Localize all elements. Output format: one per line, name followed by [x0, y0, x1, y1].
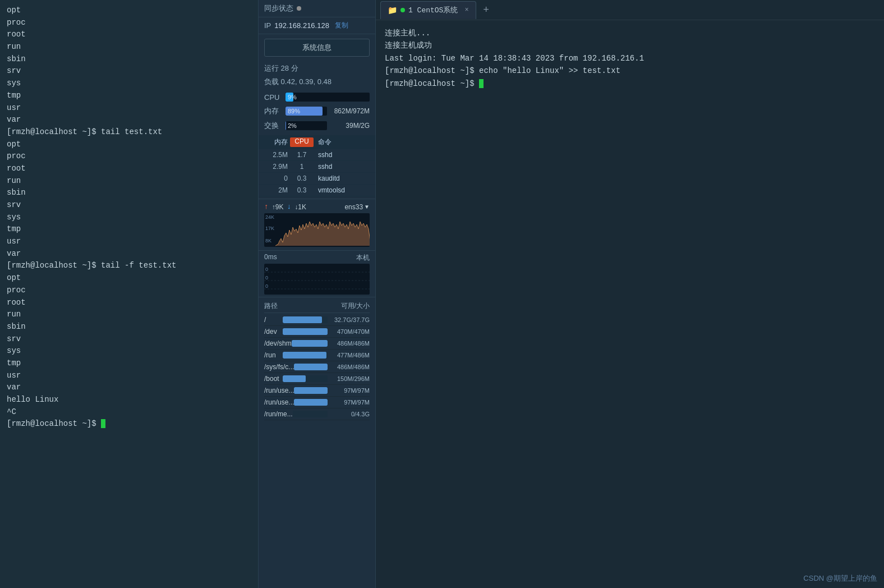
- left-terminal-line: ^C: [7, 406, 251, 419]
- mem-label: 内存: [264, 106, 282, 116]
- disk-path: /boot: [264, 375, 283, 383]
- mem-pct: 89%: [288, 107, 300, 116]
- ip-value: 192.168.216.128: [274, 21, 329, 30]
- ping-section: 0ms 本机 0 0 0: [259, 250, 375, 297]
- swap-detail: 39M/2G: [330, 122, 370, 130]
- swap-label: 交换: [264, 121, 282, 131]
- left-terminal-line: tmp: [7, 357, 251, 370]
- disk-size: 477M/486M: [328, 352, 370, 359]
- left-terminal-line: opt: [7, 272, 251, 284]
- disk-row: /run 477M/486M: [264, 350, 370, 361]
- left-terminal-line: proc: [7, 284, 251, 297]
- left-terminal-line: run: [7, 41, 251, 53]
- ping-local: 本机: [356, 253, 370, 263]
- left-terminal-line: sys: [7, 77, 251, 90]
- disk-bar-cell: [293, 411, 328, 417]
- left-terminal-line: [rmzh@localhost ~]$: [7, 418, 251, 430]
- left-terminal-line: [rmzh@localhost ~]$ tail test.txt: [7, 126, 251, 139]
- right-terminal[interactable]: 连接主机...连接主机成功Last login: Tue Mar 14 18:3…: [376, 20, 884, 588]
- tab-item-centos[interactable]: 📁 1 CentOS系统 ×: [380, 1, 476, 19]
- left-terminal-line: tmp: [7, 90, 251, 102]
- sysinfo-button[interactable]: 系统信息: [264, 39, 370, 57]
- disk-bar-fill: [283, 352, 326, 359]
- disk-bar-fill: [283, 316, 322, 323]
- disk-bar-cell: [283, 316, 328, 323]
- proc-mem: 2.5M: [264, 151, 288, 159]
- copy-button[interactable]: 复制: [335, 21, 348, 30]
- left-terminal-line: hello Linux: [7, 394, 251, 406]
- proc-mem: 2.9M: [264, 163, 288, 171]
- left-terminal-line: tmp: [7, 223, 251, 236]
- right-terminal-line: 连接主机...: [385, 27, 875, 39]
- left-terminal-line: opt: [7, 139, 251, 151]
- mem-row: 内存 89% 862M/972M: [259, 104, 375, 118]
- proc-cpu: 1.7: [290, 151, 314, 159]
- disk-bar-bg: [293, 411, 328, 417]
- swap-bar: [286, 121, 286, 130]
- proc-cmd: vmtoolsd: [316, 186, 370, 194]
- disk-bar-cell: [283, 375, 328, 382]
- svg-text:0: 0: [265, 283, 268, 289]
- left-terminal-panel: optprocrootrunsbinsrvsystmpusrvar[rmzh@l…: [0, 0, 258, 588]
- left-terminal-line: usr: [7, 102, 251, 114]
- swap-pct: 2%: [288, 121, 297, 130]
- disk-row: /run/me... 0/4.3G: [264, 408, 370, 420]
- net-down-icon: ↓: [287, 203, 292, 211]
- proc-cmd: sshd: [316, 163, 370, 171]
- disk-bar-bg: [294, 364, 328, 370]
- cursor: [101, 419, 105, 428]
- disk-path: /sys/fs/c...: [264, 363, 294, 371]
- left-terminal-line: proc: [7, 17, 251, 29]
- disk-row: /dev/shm 486M/486M: [264, 338, 370, 350]
- process-row: 2M 0.3 vmtoolsd: [259, 185, 375, 196]
- disk-bar-fill: [294, 364, 328, 370]
- net-chart-svg: 24K 17K 8K: [264, 213, 370, 247]
- tab-active-dot: [400, 8, 405, 12]
- right-terminal-line: [rmzh@localhost ~]$: [385, 77, 875, 90]
- ph-cmd: 命令: [316, 137, 370, 147]
- svg-text:8K: 8K: [265, 238, 271, 244]
- ping-header: 0ms 本机: [264, 253, 370, 263]
- disk-bar-cell: [283, 352, 328, 359]
- left-terminal-line: usr: [7, 370, 251, 382]
- sync-label: 同步状态: [264, 3, 293, 13]
- left-terminal-line: srv: [7, 65, 251, 77]
- disk-path: /run/me...: [264, 410, 293, 418]
- proc-cpu: 0.3: [290, 186, 314, 194]
- disk-bar-bg: [292, 340, 328, 347]
- disk-row: /dev 470M/470M: [264, 326, 370, 338]
- left-terminal-line: var: [7, 382, 251, 394]
- disk-size: 32.7G/37.7G: [328, 316, 370, 323]
- ip-label: IP: [264, 21, 271, 30]
- disk-bar-cell: [294, 387, 328, 394]
- right-terminal-line: [rmzh@localhost ~]$ echo "hello Linux" >…: [385, 65, 875, 77]
- disk-path: /run: [264, 351, 283, 359]
- tab-label: 1 CentOS系统: [408, 5, 458, 15]
- cpu-label: CPU: [264, 93, 282, 102]
- swap-row: 交换 2% 39M/2G: [259, 118, 375, 133]
- watermark: CSDN @期望上岸的鱼: [803, 573, 877, 584]
- disk-size: 97M/97M: [328, 399, 370, 406]
- disk-bar-fill: [283, 375, 306, 382]
- ph-cpu: CPU: [290, 137, 314, 147]
- ping-chart: 0 0 0: [264, 264, 370, 295]
- swap-bar-container: 2%: [286, 121, 327, 130]
- disk-row: /run/use... 97M/97M: [264, 397, 370, 408]
- proc-mem: 2M: [264, 186, 288, 194]
- load-row: 负载 0.42, 0.39, 0.48: [259, 76, 375, 90]
- folder-icon: 📁: [388, 6, 397, 15]
- cpu-bar-container: 9%: [286, 93, 370, 102]
- disk-size: 0/4.3G: [328, 411, 370, 417]
- left-terminal-line: proc: [7, 150, 251, 163]
- process-row: 2.5M 1.7 sshd: [259, 149, 375, 161]
- net-iface[interactable]: ens33 ▼: [344, 203, 370, 211]
- uptime-row: 运行 28 分: [259, 61, 375, 76]
- left-terminal-line: root: [7, 163, 251, 175]
- disk-bar-cell: [283, 328, 328, 335]
- process-row: 0 0.3 kauditd: [259, 173, 375, 185]
- process-header: 内存 CPU 命令: [259, 135, 375, 149]
- tab-close-button[interactable]: ×: [464, 6, 468, 14]
- disk-row: /sys/fs/c... 486M/486M: [264, 361, 370, 373]
- new-tab-button[interactable]: +: [478, 2, 494, 18]
- disk-bar-fill: [292, 340, 328, 347]
